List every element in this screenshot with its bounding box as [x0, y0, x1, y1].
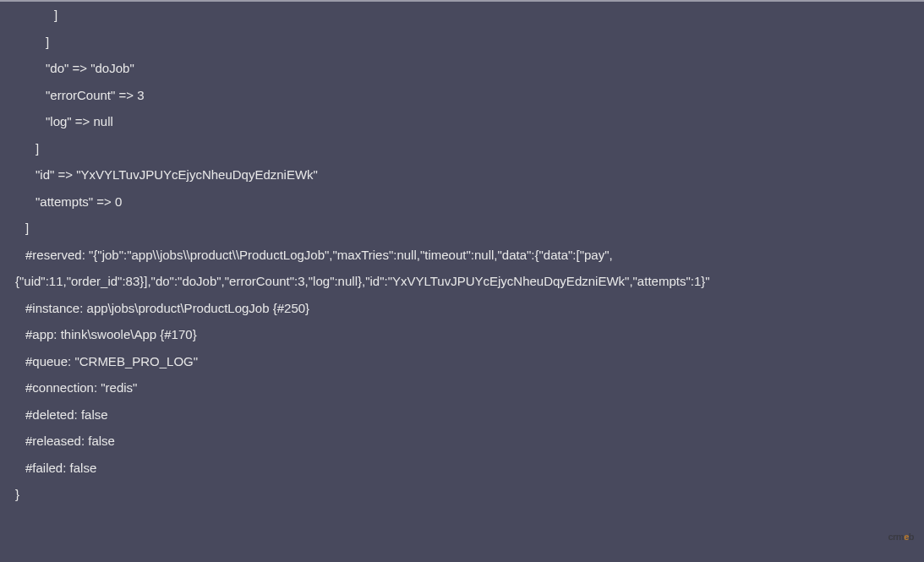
code-line: "do" => "doJob" [10, 55, 914, 82]
watermark-mid: m [896, 532, 904, 542]
code-line: #released: false [10, 428, 914, 455]
code-line: ] [10, 135, 914, 162]
code-line: "errorCount" => 3 [10, 82, 914, 109]
code-line: {"uid":11,"order_id":83}],"do":"doJob","… [10, 268, 914, 295]
debug-output-panel: ]]"do" => "doJob""errorCount" => 3"log" … [0, 2, 924, 518]
code-line: #deleted: false [10, 401, 914, 428]
code-line: ] [10, 215, 914, 242]
code-line: #queue: "CRMEB_PRO_LOG" [10, 348, 914, 375]
code-line: "id" => "YxVYLTuvJPUYcEjycNheuDqyEdzniEW… [10, 161, 914, 188]
code-line: } [10, 481, 914, 508]
code-line: ] [10, 29, 914, 56]
code-line: ] [10, 2, 914, 29]
code-line: #instance: app\jobs\product\ProductLogJo… [10, 295, 914, 322]
code-line: #reserved: "{"job":"app\\jobs\\product\\… [10, 242, 914, 269]
code-line: "log" => null [10, 108, 914, 135]
watermark-prefix: cr [888, 532, 895, 542]
code-line: "attempts" => 0 [10, 188, 914, 216]
watermark-suffix: b [909, 532, 914, 542]
code-line: #failed: false [10, 455, 914, 482]
code-line: #app: think\swoole\App {#170} [10, 321, 914, 348]
code-line: #connection: "redis" [10, 374, 914, 401]
watermark-logo: crmeb [888, 527, 914, 547]
